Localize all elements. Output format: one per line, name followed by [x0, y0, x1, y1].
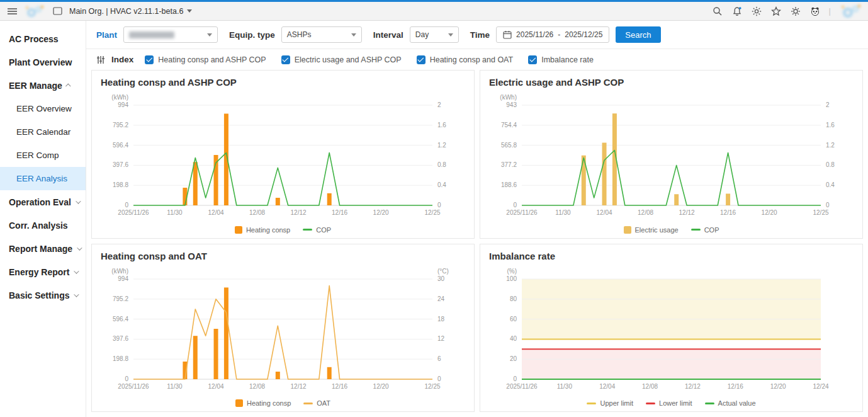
interval-label: Interval	[373, 30, 403, 40]
svg-text:12/20: 12/20	[373, 383, 389, 390]
chevron-down-icon	[187, 9, 192, 13]
legend-item[interactable]: Electric usage	[624, 226, 679, 234]
sidebar-item-plant-overview[interactable]: Plant Overview	[0, 50, 86, 74]
settings-gear-icon[interactable]	[790, 6, 801, 17]
hamburger-menu-icon[interactable]	[6, 6, 18, 17]
sidebar-item-ac-process[interactable]: AC Process	[0, 27, 86, 50]
svg-text:596.4: 596.4	[113, 315, 128, 322]
legend-label: COP	[704, 226, 719, 234]
svg-text:943: 943	[506, 101, 517, 108]
panel-heating-consp-cop: Heating consp and ASHP COP 0198.8397.659…	[91, 70, 475, 239]
main-content: Plant Equip. type ASHPs Interval Day Tim…	[86, 21, 868, 417]
chevron-down-icon	[448, 33, 453, 37]
chevron-up-icon	[65, 83, 70, 88]
legend-item[interactable]: Heating consp	[235, 226, 290, 234]
org-title-label: Main Org. | HVAC v2.11.1-beta.6	[69, 7, 183, 16]
interval-select[interactable]: Day	[410, 26, 459, 43]
brightness-icon[interactable]	[751, 6, 762, 17]
notification-bell-icon[interactable]	[731, 6, 743, 17]
svg-text:12/04: 12/04	[208, 383, 224, 390]
legend-item[interactable]: Upper limit	[587, 399, 633, 407]
sidebar-item-eer-calendar[interactable]: EER Calendar	[0, 120, 86, 144]
svg-text:12/24: 12/24	[813, 383, 828, 390]
heating-consp-oat-chart: 0198.8397.6596.4795.29940612182430(kWh)(…	[92, 263, 474, 396]
legend-swatch	[303, 229, 312, 231]
window-icon	[52, 6, 63, 17]
svg-text:12/20: 12/20	[762, 209, 777, 216]
sidebar-item-energy-report[interactable]: Energy Report	[0, 260, 86, 283]
panel-imbalance-rate: Imbalance rate 020406080100(%)2025/11/26…	[480, 244, 863, 413]
legend-item[interactable]: COP	[691, 226, 719, 234]
calendar-icon	[503, 30, 512, 39]
date-range-input[interactable]: 2025/11/26 - 2025/12/25	[496, 26, 609, 43]
svg-text:12/04: 12/04	[599, 383, 615, 390]
chevron-down-icon	[207, 33, 212, 37]
sidebar-item-label: EER Analysis	[16, 174, 67, 183]
sidebar-item-eer-overview[interactable]: EER Overview	[0, 97, 86, 120]
date-end-value: 2025/12/25	[565, 30, 602, 39]
checkbox-label: Imbalance rate	[541, 55, 594, 64]
tune-sliders-icon	[96, 55, 105, 64]
index-checkbox-heating-oat[interactable]: Heating consp and OAT	[417, 55, 513, 64]
topbar: Main Org. | HVAC v2.11.1-beta.6	[0, 2, 868, 21]
svg-text:0: 0	[437, 202, 441, 208]
plant-select-value-redacted	[129, 31, 174, 38]
heating-consp-cop-chart: 0198.8397.6596.4795.299400.40.81.21.62(k…	[92, 89, 474, 222]
svg-text:12/12: 12/12	[291, 383, 307, 390]
sidebar-item-label: EER Comp	[16, 151, 59, 160]
sidebar-item-eer-analysis[interactable]: EER Analysis	[0, 167, 86, 190]
svg-text:0.8: 0.8	[437, 161, 446, 168]
svg-text:60: 60	[510, 315, 517, 322]
sidebar-item-operation-eval[interactable]: Operation Eval	[0, 190, 86, 214]
svg-text:994: 994	[118, 275, 128, 282]
svg-text:795.2: 795.2	[113, 122, 128, 129]
sidebar-item-basic-settings[interactable]: Basic Settings	[0, 283, 86, 307]
legend-item[interactable]: COP	[303, 226, 331, 234]
svg-text:12/08: 12/08	[249, 383, 265, 390]
svg-text:12/25: 12/25	[424, 209, 440, 216]
org-title[interactable]: Main Org. | HVAC v2.11.1-beta.6	[69, 7, 192, 16]
chart-title: Electric usage and ASHP COP	[480, 71, 862, 89]
svg-text:2: 2	[437, 101, 441, 108]
svg-text:2025/11/26: 2025/11/26	[118, 383, 149, 390]
legend-swatch	[646, 403, 655, 404]
svg-text:11/30: 11/30	[557, 383, 573, 390]
index-bar: Index Heating consp and ASHP COP Electri…	[86, 49, 868, 69]
index-checkbox-electric-cop[interactable]: Electric usage and ASHP COP	[281, 55, 402, 64]
search-button[interactable]: Search	[616, 26, 660, 43]
svg-text:40: 40	[510, 335, 517, 342]
sidebar-item-label: AC Process	[9, 34, 59, 44]
sidebar-item-eer-manage[interactable]: EER Manage	[0, 74, 86, 97]
svg-text:0: 0	[125, 202, 128, 208]
chart-legend: Electric usageCOP	[480, 222, 862, 238]
legend-label: Upper limit	[600, 399, 633, 407]
legend-item[interactable]: Heating consp	[235, 399, 291, 407]
equip-type-select[interactable]: ASHPs	[281, 26, 362, 43]
sidebar-item-corr-analysis[interactable]: Corr. Analysis	[0, 214, 86, 237]
plant-select[interactable]	[123, 26, 218, 43]
svg-text:596.4: 596.4	[113, 142, 128, 149]
chart-legend: Heating conspOAT	[92, 395, 474, 411]
chart-canvas: 0188.6377.2565.8754.494300.40.81.21.62(k…	[480, 89, 862, 222]
imbalance-rate-chart: 020406080100(%)2025/11/2611/3012/0412/08…	[480, 263, 862, 396]
favorite-star-icon[interactable]	[770, 6, 782, 17]
checkbox-checked-icon	[145, 55, 154, 64]
svg-text:198.8: 198.8	[113, 355, 128, 362]
svg-text:100: 100	[506, 275, 517, 282]
panda-extension-icon[interactable]	[809, 6, 821, 17]
svg-text:12/25: 12/25	[813, 209, 828, 216]
index-checkbox-heating-cop[interactable]: Heating consp and ASHP COP	[145, 55, 266, 64]
legend-item[interactable]: Lower limit	[646, 399, 692, 407]
chart-title: Heating consp and OAT	[92, 244, 474, 263]
index-checkbox-imbalance[interactable]: Imbalance rate	[528, 55, 594, 64]
svg-text:11/30: 11/30	[555, 209, 571, 216]
legend-item[interactable]: OAT	[303, 399, 330, 407]
search-icon[interactable]	[712, 6, 723, 17]
svg-text:795.2: 795.2	[113, 295, 128, 302]
chart-canvas: 0198.8397.6596.4795.299400.40.81.21.62(k…	[92, 89, 474, 222]
checkbox-label: Heating consp and OAT	[430, 55, 513, 64]
sidebar-item-eer-comp[interactable]: EER Comp	[0, 144, 86, 167]
filter-bar: Plant Equip. type ASHPs Interval Day Tim…	[86, 21, 868, 49]
sidebar-item-report-manage[interactable]: Report Manage	[0, 237, 86, 260]
legend-item[interactable]: Actual value	[705, 399, 756, 407]
